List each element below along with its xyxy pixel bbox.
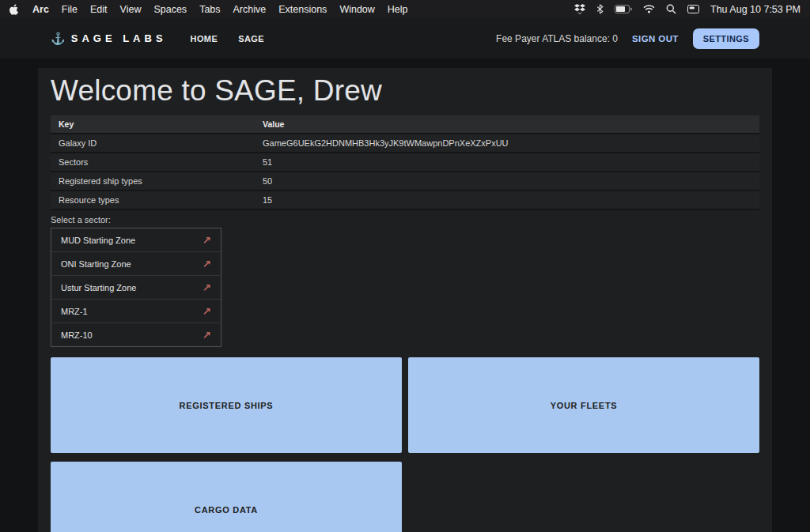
sage-labs-logo[interactable]: ⚓ SAGE LABS	[51, 32, 167, 44]
sector-item-ustur-starting-zone[interactable]: Ustur Starting Zone ↗	[51, 275, 221, 299]
row-value: 15	[255, 191, 759, 209]
sector-item-label: MUD Starting Zone	[61, 236, 135, 245]
menu-item-archive[interactable]: Archive	[233, 4, 267, 15]
row-value: 50	[255, 172, 759, 191]
control-center-icon[interactable]	[687, 5, 699, 13]
fee-payer-balance: Fee Payer ATLAS balance: 0	[496, 33, 618, 44]
sage-logo-icon: ⚓	[51, 32, 66, 44]
wifi-icon[interactable]	[643, 5, 655, 13]
row-value: 51	[255, 153, 759, 172]
sector-item-label: Ustur Starting Zone	[61, 283, 136, 292]
menu-item-window[interactable]: Window	[339, 4, 374, 15]
sector-item-mrz-10[interactable]: MRZ-10 ↗	[51, 323, 221, 346]
sector-item-label: MRZ-10	[61, 330, 93, 340]
table-row: Registered ship types 50	[51, 172, 759, 191]
table-row: Resource types 15	[51, 191, 759, 209]
open-link-arrow-icon: ↗	[202, 235, 211, 245]
your-fleets-card[interactable]: YOUR FLEETS	[408, 357, 759, 453]
row-key: Resource types	[51, 191, 255, 209]
table-header-row: Key Value	[51, 115, 759, 134]
app-header: ⚓ SAGE LABS HOME SAGE Fee Payer ATLAS ba…	[0, 18, 810, 58]
action-cards: REGISTERED SHIPS YOUR FLEETS CARGO DATA	[51, 357, 759, 532]
sector-item-label: ONI Starting Zone	[61, 259, 131, 269]
menu-item-help[interactable]: Help	[388, 4, 408, 15]
column-header-value: Value	[255, 115, 759, 134]
page-title: Welcome to SAGE, Drew	[51, 74, 759, 108]
sector-item-mud-starting-zone[interactable]: MUD Starting Zone ↗	[51, 228, 221, 251]
menu-item-edit[interactable]: Edit	[90, 4, 108, 15]
menubar-menus: Arc File Edit View Spaces Tabs Archive E…	[9, 4, 408, 15]
settings-button[interactable]: SETTINGS	[693, 28, 759, 49]
macos-menubar: Arc File Edit View Spaces Tabs Archive E…	[0, 0, 810, 18]
menu-item-extensions[interactable]: Extensions	[278, 4, 327, 15]
menu-item-spaces[interactable]: Spaces	[153, 4, 187, 15]
table-row: Galaxy ID GameG6UEkG2HDNMHB3Hk3yJK9tWMaw…	[51, 134, 759, 153]
table-row: Sectors 51	[51, 153, 759, 172]
battery-icon[interactable]	[615, 5, 632, 13]
header-right: Fee Payer ATLAS balance: 0 SIGN OUT SETT…	[496, 28, 759, 49]
content-panel: Welcome to SAGE, Drew Key Value Galaxy I…	[38, 68, 772, 532]
menu-item-tabs[interactable]: Tabs	[199, 4, 220, 15]
row-key: Galaxy ID	[51, 134, 255, 153]
open-link-arrow-icon: ↗	[202, 306, 211, 316]
screen: Arc File Edit View Spaces Tabs Archive E…	[0, 0, 810, 532]
sign-out-button[interactable]: SIGN OUT	[632, 34, 679, 43]
galaxy-info-table: Key Value Galaxy ID GameG6UEkG2HDNMHB3Hk…	[51, 115, 759, 210]
sector-item-label: MRZ-1	[61, 307, 88, 316]
logo-text: SAGE LABS	[71, 32, 167, 44]
search-icon[interactable]	[666, 4, 676, 14]
cargo-data-card[interactable]: CARGO DATA	[51, 462, 402, 532]
row-value: GameG6UEkG2HDNMHB3Hk3yJK9tWMawpnDPnXeXZx…	[255, 134, 759, 153]
sector-list: MUD Starting Zone ↗ ONI Starting Zone ↗ …	[51, 228, 221, 347]
page-background: Welcome to SAGE, Drew Key Value Galaxy I…	[0, 58, 810, 532]
bluetooth-icon[interactable]	[596, 4, 604, 14]
column-header-key: Key	[51, 115, 255, 134]
menu-item-file[interactable]: File	[62, 4, 78, 15]
sector-item-mrz-1[interactable]: MRZ-1 ↗	[51, 299, 221, 323]
apple-menu-icon[interactable]	[9, 4, 20, 15]
sector-picker-label: Select a sector:	[51, 215, 759, 224]
open-link-arrow-icon: ↗	[202, 330, 211, 340]
open-link-arrow-icon: ↗	[202, 258, 211, 269]
main-nav: HOME SAGE	[191, 34, 264, 43]
header-left: ⚓ SAGE LABS HOME SAGE	[51, 32, 264, 44]
sector-item-oni-starting-zone[interactable]: ONI Starting Zone ↗	[51, 251, 221, 275]
menubar-status-area: Thu Aug 10 7:53 PM	[574, 4, 801, 15]
row-key: Registered ship types	[51, 172, 255, 191]
nav-item-sage[interactable]: SAGE	[238, 34, 264, 43]
menu-item-arc[interactable]: Arc	[32, 4, 49, 15]
menu-item-view[interactable]: View	[120, 4, 142, 15]
row-key: Sectors	[51, 153, 255, 172]
dropbox-icon[interactable]	[574, 4, 585, 14]
registered-ships-card[interactable]: REGISTERED SHIPS	[51, 357, 402, 453]
nav-item-home[interactable]: HOME	[191, 34, 218, 43]
open-link-arrow-icon: ↗	[202, 282, 211, 292]
menubar-clock[interactable]: Thu Aug 10 7:53 PM	[710, 4, 801, 15]
